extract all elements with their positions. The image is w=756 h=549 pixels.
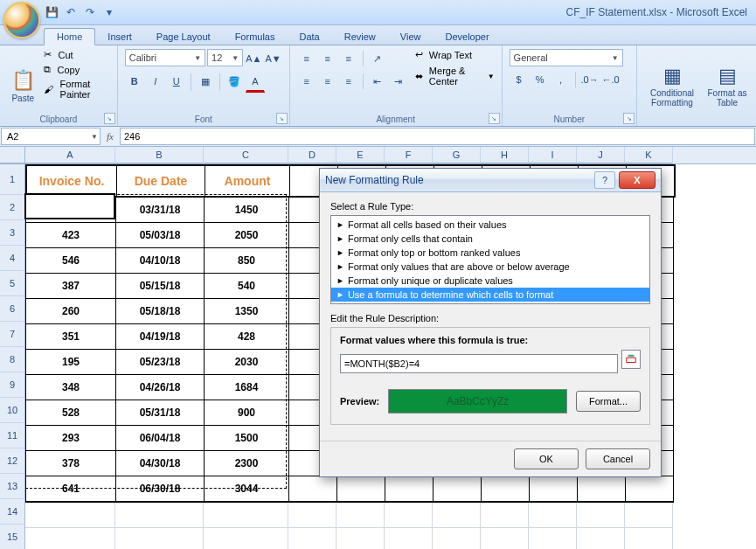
cell[interactable] (626, 476, 674, 503)
cell[interactable]: 05/15/18 (116, 274, 205, 299)
row-header-2[interactable]: 2 (0, 195, 25, 220)
rule-type-item[interactable]: ►Format only values that are above or be… (331, 260, 649, 274)
select-all-corner[interactable] (0, 147, 25, 163)
cell[interactable]: 3044 (205, 476, 289, 503)
font-color-button[interactable]: A (246, 72, 265, 93)
tab-home[interactable]: Home (44, 28, 95, 45)
rule-type-item[interactable]: ►Format only top or bottom ranked values (331, 246, 649, 260)
cell[interactable] (433, 476, 482, 503)
collapse-dialog-icon[interactable] (621, 350, 641, 369)
cell[interactable] (529, 503, 577, 528)
col-header-K[interactable]: K (625, 147, 673, 163)
cell[interactable]: 05/18/18 (116, 299, 205, 324)
column-header-cell[interactable]: Due Date (117, 164, 205, 198)
font-size-combo[interactable]: 12▼ (207, 49, 243, 66)
wrap-text-button[interactable]: ↩ Wrap Text (415, 49, 495, 60)
cell[interactable] (336, 503, 385, 528)
cell[interactable]: 1450 (205, 198, 289, 223)
row-header-6[interactable]: 6 (0, 296, 25, 322)
cell[interactable]: 2050 (205, 223, 289, 248)
rule-type-item[interactable]: ►Format all cells based on their values (331, 218, 649, 232)
row-header-12[interactable]: 12 (0, 448, 25, 474)
cell[interactable] (204, 503, 288, 528)
format-painter-button[interactable]: 🖌 Format Painter (44, 79, 109, 100)
undo-icon[interactable]: ↶ (63, 4, 79, 20)
decrease-decimal-button[interactable]: ←.0 (601, 70, 621, 89)
rule-type-list[interactable]: ►Format all cells based on their values►… (330, 215, 650, 304)
cell[interactable] (625, 503, 673, 528)
col-header-B[interactable]: B (115, 147, 204, 163)
cell[interactable] (577, 528, 625, 549)
tab-view[interactable]: View (388, 29, 433, 45)
comma-button[interactable]: , (551, 70, 571, 89)
row-header-1[interactable]: 1 (0, 164, 25, 195)
cell[interactable]: 900 (205, 400, 289, 426)
cell[interactable] (530, 476, 578, 503)
col-header-J[interactable]: J (577, 147, 625, 163)
font-name-combo[interactable]: Calibri▼ (125, 49, 205, 66)
cell[interactable] (289, 476, 337, 503)
align-top-button[interactable]: ≡ (297, 49, 316, 68)
fill-color-button[interactable]: 🪣 (225, 72, 244, 91)
align-right-button[interactable]: ≡ (339, 72, 358, 91)
cell[interactable]: 528 (25, 400, 116, 426)
cell[interactable] (336, 528, 385, 549)
row-header-13[interactable]: 13 (0, 474, 25, 499)
tab-developer[interactable]: Developer (433, 29, 501, 45)
increase-indent-button[interactable]: ⇥ (389, 72, 408, 91)
row-header-8[interactable]: 8 (0, 347, 25, 372)
row-header-9[interactable]: 9 (0, 372, 25, 398)
cell[interactable]: 1500 (205, 426, 289, 451)
col-header-I[interactable]: I (529, 147, 577, 163)
font-launcher-icon[interactable]: ↘ (276, 113, 288, 124)
number-launcher-icon[interactable]: ↘ (623, 113, 635, 124)
column-header-cell[interactable]: Amount (205, 164, 290, 198)
grow-font-button[interactable]: A▲ (245, 49, 262, 68)
cell[interactable]: 546 (25, 248, 116, 274)
col-header-E[interactable]: E (336, 147, 385, 163)
cell[interactable] (433, 503, 481, 528)
align-middle-button[interactable]: ≡ (318, 49, 337, 68)
formula-input[interactable]: =MONTH($B2)=4 (340, 354, 618, 373)
cell[interactable]: 06/04/18 (116, 426, 205, 451)
qat-customize-icon[interactable]: ▾ (101, 4, 117, 20)
ok-button[interactable]: OK (514, 448, 579, 469)
cell[interactable] (25, 503, 115, 528)
cell[interactable] (288, 528, 336, 549)
cell[interactable]: 05/23/18 (116, 350, 205, 375)
cell[interactable]: 540 (205, 274, 289, 299)
orientation-button[interactable]: ↗ (368, 49, 387, 68)
cell[interactable] (625, 528, 673, 549)
tab-page-layout[interactable]: Page Layout (144, 29, 223, 45)
format-as-table-button[interactable]: ▤ Format as Table (705, 49, 749, 124)
cell[interactable] (385, 528, 433, 549)
tab-insert[interactable]: Insert (95, 29, 144, 45)
cell[interactable]: 246 (25, 198, 116, 223)
col-header-C[interactable]: C (204, 147, 288, 163)
row-header-7[interactable]: 7 (0, 322, 25, 347)
tab-review[interactable]: Review (332, 29, 388, 45)
border-button[interactable]: ▦ (196, 72, 215, 91)
currency-button[interactable]: $ (510, 70, 529, 89)
rule-type-item[interactable]: ►Use a formula to determine which cells … (331, 288, 649, 302)
cell[interactable]: 04/19/18 (116, 324, 205, 350)
cell[interactable] (337, 476, 385, 503)
rule-type-item[interactable]: ►Format only cells that contain (331, 232, 649, 246)
number-format-combo[interactable]: General▼ (510, 49, 623, 66)
cell[interactable]: 04/26/18 (116, 375, 205, 400)
fx-icon[interactable]: fx (107, 131, 114, 142)
cell[interactable] (577, 503, 625, 528)
format-button[interactable]: Format... (576, 391, 641, 412)
cell[interactable]: 348 (25, 375, 116, 400)
dialog-titlebar[interactable]: New Formatting Rule ? X (320, 169, 661, 192)
cell[interactable] (115, 528, 204, 549)
clipboard-launcher-icon[interactable]: ↘ (104, 113, 115, 124)
col-header-D[interactable]: D (288, 147, 336, 163)
cell[interactable]: 423 (25, 223, 116, 248)
align-center-button[interactable]: ≡ (318, 72, 337, 91)
align-left-button[interactable]: ≡ (297, 72, 316, 91)
cell[interactable]: 850 (205, 248, 289, 274)
bold-button[interactable]: B (125, 72, 144, 91)
cell[interactable]: 641 (25, 476, 116, 503)
col-header-H[interactable]: H (481, 147, 529, 163)
